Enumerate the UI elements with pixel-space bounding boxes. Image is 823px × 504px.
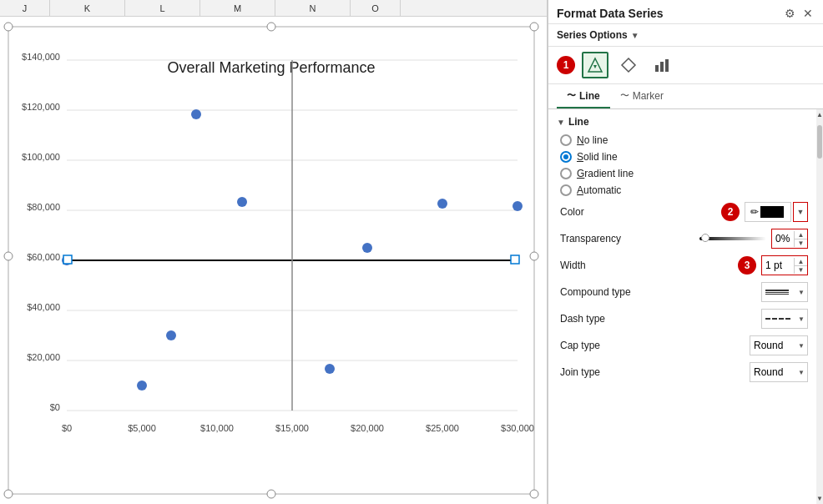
svg-rect-50 — [660, 62, 664, 72]
color-row: Color 2 ✏ ▼ — [557, 201, 808, 223]
compound-dropdown-icon: ▼ — [798, 289, 805, 296]
color-dropdown-arrow[interactable]: ▼ — [793, 202, 808, 222]
svg-rect-44 — [511, 255, 519, 264]
automatic-row: Automatic — [557, 184, 808, 196]
svg-text:$5,000: $5,000 — [128, 423, 156, 433]
width-input[interactable] — [762, 256, 794, 275]
scatter-chart: Overall Marketing Performance $0 $20,000… — [0, 17, 547, 504]
color-swatch — [760, 206, 784, 218]
transparency-slider[interactable] — [699, 237, 766, 240]
svg-text:$120,000: $120,000 — [22, 102, 60, 112]
panel-header: Format Data Series ⚙ ✕ — [548, 0, 823, 24]
width-input-wrap: ▲ ▼ — [761, 255, 808, 275]
tab-marker[interactable]: 〜 Marker — [610, 84, 674, 108]
color-control: 2 ✏ ▼ — [721, 202, 808, 222]
panel-content: ▼ Line No line Solid line Gradient line — [548, 109, 816, 504]
svg-point-4 — [4, 252, 13, 260]
cap-dropdown-icon: ▼ — [798, 342, 805, 350]
svg-text:$30,000: $30,000 — [501, 423, 534, 433]
join-type-select-wrap[interactable]: Round ▼ — [750, 362, 808, 382]
panel-header-icons: ⚙ ✕ — [783, 7, 815, 20]
col-header-j: J — [0, 0, 50, 16]
svg-text:$0: $0 — [62, 423, 72, 433]
series-icon-shape-btn[interactable] — [615, 52, 642, 78]
gradient-line-label: Gradient line — [577, 168, 634, 179]
series-options-bar: Series Options ▼ — [548, 24, 823, 47]
line-section-triangle: ▼ — [557, 118, 565, 127]
svg-point-41 — [512, 201, 523, 211]
svg-text:$20,000: $20,000 — [27, 352, 60, 362]
col-header-l: L — [125, 0, 200, 16]
panel-scrollbar[interactable]: ▲ ▼ — [816, 109, 823, 504]
svg-text:$40,000: $40,000 — [27, 302, 60, 312]
no-line-radio[interactable] — [560, 134, 572, 146]
join-type-control: Round ▼ — [750, 362, 808, 382]
dash-type-control: ▼ — [761, 309, 808, 329]
svg-point-38 — [325, 364, 335, 374]
badge-1: 1 — [557, 56, 575, 74]
pencil-icon: ✏ — [750, 206, 759, 218]
marker-tab-label: Marker — [633, 90, 664, 102]
dash-type-select-wrap[interactable]: ▼ — [761, 309, 808, 329]
svg-point-36 — [191, 109, 201, 119]
panel-settings-icon[interactable]: ⚙ — [783, 7, 796, 20]
svg-point-2 — [267, 23, 275, 31]
automatic-radio[interactable] — [560, 184, 572, 196]
tab-line[interactable]: 〜 Line — [557, 84, 610, 108]
transparency-up[interactable]: ▲ — [795, 231, 807, 239]
marker-tab-icon: 〜 — [620, 89, 629, 102]
color-label: Color — [560, 206, 721, 218]
scrollbar-thumb[interactable] — [817, 125, 822, 159]
col-header-k: K — [50, 0, 125, 16]
no-line-row: No line — [557, 134, 808, 146]
svg-marker-48 — [622, 58, 635, 72]
transparency-label: Transparency — [560, 233, 699, 244]
format-data-series-panel: Format Data Series ⚙ ✕ Series Options ▼ … — [548, 0, 823, 504]
badge-2: 2 — [721, 203, 740, 221]
width-up[interactable]: ▲ — [795, 258, 807, 266]
dash-type-row: Dash type ▼ — [557, 308, 808, 330]
series-icon-fill-btn[interactable]: ▼ — [582, 52, 608, 78]
solid-line-radio[interactable] — [560, 151, 572, 163]
transparency-down[interactable]: ▼ — [795, 239, 807, 247]
svg-point-1 — [4, 23, 13, 31]
compound-type-select-wrap[interactable]: ▼ — [761, 282, 808, 302]
transparency-input[interactable] — [772, 229, 794, 248]
col-header-n: N — [275, 0, 351, 16]
cap-type-select-wrap[interactable]: Round ▼ — [750, 335, 808, 355]
svg-text:$60,000: $60,000 — [27, 252, 60, 262]
series-options-label: Series Options — [557, 29, 628, 41]
line-section-header[interactable]: ▼ Line — [557, 116, 808, 128]
join-dropdown-icon: ▼ — [798, 369, 805, 376]
svg-text:$25,000: $25,000 — [426, 423, 459, 433]
compound-type-control: ▼ — [761, 282, 808, 302]
transparency-control: ▲ ▼ — [699, 229, 808, 249]
width-down[interactable]: ▼ — [795, 266, 807, 274]
solid-line-label: Solid line — [577, 151, 618, 163]
solid-line-row: Solid line — [557, 151, 808, 163]
gradient-line-row: Gradient line — [557, 168, 808, 179]
svg-point-34 — [137, 381, 147, 391]
gradient-line-radio[interactable] — [560, 168, 572, 179]
scroll-up-btn[interactable]: ▲ — [816, 111, 823, 118]
scroll-down-btn[interactable]: ▼ — [816, 495, 823, 502]
compound-type-label: Compound type — [560, 286, 761, 298]
transparency-spinners: ▲ ▼ — [794, 231, 807, 247]
chart-area: Overall Marketing Performance $0 $20,000… — [0, 17, 547, 504]
transparency-input-wrap: ▲ ▼ — [771, 229, 808, 249]
width-control: 3 ▲ ▼ — [738, 255, 808, 275]
color-button[interactable]: ✏ — [745, 202, 791, 222]
cap-type-row: Cap type Round ▼ — [557, 335, 808, 356]
width-label: Width — [560, 260, 738, 271]
tabs-row: 〜 Line 〜 Marker — [548, 84, 823, 109]
panel-close-icon[interactable]: ✕ — [801, 7, 815, 20]
panel-title: Format Data Series — [557, 7, 664, 20]
svg-point-37 — [237, 197, 247, 207]
series-options-dropdown[interactable]: ▼ — [631, 31, 639, 40]
svg-point-39 — [362, 243, 372, 253]
svg-point-3 — [530, 23, 538, 31]
svg-text:Overall Marketing Performance: Overall Marketing Performance — [167, 59, 375, 76]
slider-thumb — [701, 234, 709, 242]
dash-type-label: Dash type — [560, 313, 761, 325]
series-icon-bar-btn[interactable] — [649, 52, 675, 78]
